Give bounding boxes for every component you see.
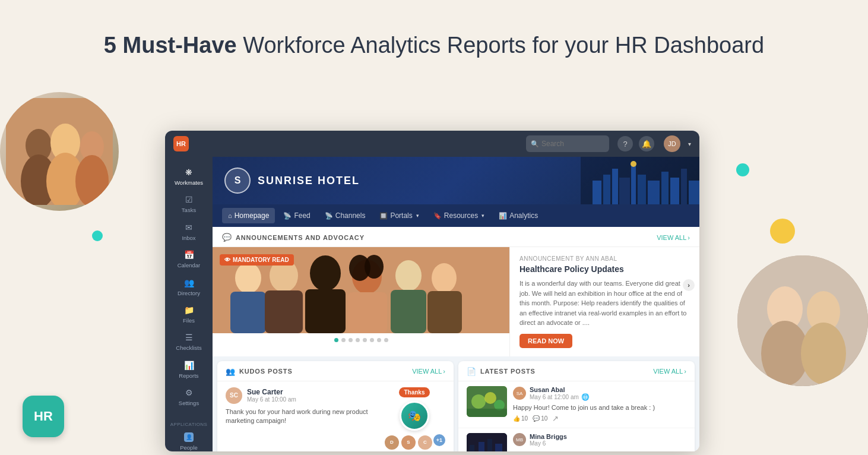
nav-item-channels[interactable]: 📡 Channels xyxy=(319,208,372,223)
svg-rect-36 xyxy=(348,292,387,333)
sidebar-item-files[interactable]: 📁 Files xyxy=(165,301,213,328)
sidebar-item-people[interactable]: 👤 People xyxy=(165,428,213,451)
help-icon-btn[interactable]: ? xyxy=(617,136,633,151)
sidebar-item-reports[interactable]: 📊 Reports xyxy=(165,356,213,383)
announcement-author: ANNOUNCEMENT BY ANN ABAL xyxy=(519,255,690,262)
announcement-next-chevron[interactable]: › xyxy=(683,279,695,291)
hotel-name: SUNRISE HOTEL xyxy=(258,175,360,187)
people-app-icon: 👤 xyxy=(184,432,194,442)
latest-posts-card-header: 📄 LATEST POSTS VIEW ALL › xyxy=(458,361,695,381)
app-logo[interactable]: HR xyxy=(173,136,189,151)
svg-rect-20 xyxy=(648,181,660,204)
svg-rect-45 xyxy=(467,409,507,417)
directory-icon: 👥 xyxy=(183,277,194,288)
latest-posts-view-all[interactable]: VIEW ALL › xyxy=(653,368,686,375)
nav-item-feed[interactable]: 📡 Feed xyxy=(277,208,316,223)
kudos-post-1: Thanks 🎭 D S C +1 xyxy=(217,381,454,452)
carousel-dot-5[interactable] xyxy=(363,338,367,342)
checklists-icon: ☰ xyxy=(183,332,194,343)
latest-post-info-1: SA Susan Abal May 6 at 12:00 am 🌐 xyxy=(513,386,686,423)
svg-rect-15 xyxy=(612,169,618,204)
svg-rect-40 xyxy=(427,291,462,333)
svg-point-39 xyxy=(432,263,457,293)
like-count[interactable]: 👍 10 xyxy=(513,415,528,422)
carousel-dot-4[interactable] xyxy=(356,338,360,342)
view-all-chevron-icon: › xyxy=(688,234,690,241)
kudos-card-header: 👥 KUDOS POSTS VIEW ALL › xyxy=(217,361,454,381)
search-input[interactable] xyxy=(526,135,609,152)
nav-item-resources[interactable]: 🔖 Resources ▾ xyxy=(427,208,490,223)
like-icon: 👍 xyxy=(513,415,520,422)
sidebar-item-checklists[interactable]: ☰ Checklists xyxy=(165,328,213,355)
notifications-icon-btn[interactable]: 🔔 xyxy=(639,136,654,151)
carousel-dot-8[interactable] xyxy=(384,338,388,342)
svg-rect-23 xyxy=(681,169,687,204)
recipient-plus: +1 xyxy=(433,434,445,446)
latest-post-info-2: MB Mina Briggs May 6 xyxy=(513,433,686,449)
svg-point-27 xyxy=(235,263,261,293)
kudos-view-all[interactable]: VIEW ALL › xyxy=(412,368,445,375)
carousel-dot-1[interactable] xyxy=(334,338,338,342)
hero-title: 5 Must-Have Workforce Analytics Reports … xyxy=(0,0,868,78)
resources-icon: 🔖 xyxy=(433,212,442,220)
svg-rect-48 xyxy=(470,445,474,451)
svg-rect-19 xyxy=(638,175,646,204)
search-wrapper: 🔍 xyxy=(526,135,609,152)
sidebar: ❋ Workmates ☑ Tasks ✉ Inbox 📅 Calendar 👥… xyxy=(165,157,213,451)
svg-rect-49 xyxy=(479,442,484,451)
comment-icon: 💬 xyxy=(533,415,540,422)
hotel-banner: S SUNRISE HOTEL xyxy=(213,157,699,204)
app-window: HR 🔍 ? 🔔 JD ▾ ❋ Workmates ☑ Tasks xyxy=(165,131,699,451)
kudos-user-row-1: SC Sue Carter May 6 at 10:00 am xyxy=(226,387,378,404)
comment-count[interactable]: 💬 10 xyxy=(533,415,547,422)
user-avatar[interactable]: JD xyxy=(664,135,680,152)
resources-chevron-icon: ▾ xyxy=(481,213,484,219)
sidebar-item-workmates[interactable]: ❋ Workmates xyxy=(165,163,213,190)
kudos-user-info: Sue Carter May 6 at 10:00 am xyxy=(247,388,296,403)
portals-chevron-icon: ▾ xyxy=(416,213,419,219)
left-photo-circle xyxy=(0,92,119,211)
nav-item-portals[interactable]: 🔲 Portals ▾ xyxy=(373,208,425,223)
read-now-button[interactable]: READ NOW xyxy=(519,334,572,348)
nav-item-homepage[interactable]: ⌂ Homepage xyxy=(222,208,275,223)
recipient-avatar-susan: S xyxy=(400,434,417,451)
bottom-grid: 👥 KUDOS POSTS VIEW ALL › xyxy=(213,356,699,452)
nav-item-analytics[interactable]: 📊 Analytics xyxy=(493,208,544,223)
latest-post-2: MB Mina Briggs May 6 xyxy=(458,428,695,451)
analytics-icon: 📊 xyxy=(499,212,507,220)
latest-posts-card: 📄 LATEST POSTS VIEW ALL › xyxy=(458,361,695,452)
hotel-skyline-image xyxy=(581,157,699,204)
hr-badge: HR xyxy=(23,396,64,437)
carousel-dot-6[interactable] xyxy=(370,338,374,342)
sidebar-item-calendar[interactable]: 📅 Calendar xyxy=(165,245,213,273)
svg-rect-16 xyxy=(619,178,630,204)
thanks-badge: Thanks xyxy=(399,387,429,397)
sidebar-item-tasks[interactable]: ☑ Tasks xyxy=(165,190,213,217)
eye-icon: 👁 xyxy=(224,257,230,263)
announcement-banner-image: 👁 MANDATORY READ xyxy=(213,247,509,333)
deco-circle-teal-left xyxy=(92,230,103,241)
carousel-dot-2[interactable] xyxy=(341,338,346,342)
share-icon[interactable]: ↗ xyxy=(552,414,559,423)
svg-point-43 xyxy=(484,392,496,404)
svg-rect-14 xyxy=(603,175,610,204)
carousel-dots xyxy=(213,333,509,347)
svg-rect-30 xyxy=(265,290,303,333)
deco-circle-teal-right xyxy=(736,163,749,176)
carousel-dot-7[interactable] xyxy=(377,338,381,342)
tasks-icon: ☑ xyxy=(183,194,194,205)
sidebar-item-settings[interactable]: ⚙ Settings xyxy=(165,383,213,410)
scroll-content[interactable]: 💬 ANNOUNCEMENTS AND ADVOCACY VIEW ALL › xyxy=(213,227,699,451)
latest-avatar-mina: MB xyxy=(513,433,526,446)
topbar-icons: ? 🔔 JD ▾ xyxy=(617,135,691,152)
carousel-dot-3[interactable] xyxy=(349,338,353,342)
reports-icon: 📊 xyxy=(183,360,194,371)
svg-rect-38 xyxy=(391,290,426,333)
right-photo-circle xyxy=(737,255,868,386)
workmates-icon: ❋ xyxy=(183,167,194,178)
settings-icon: ⚙ xyxy=(183,387,194,398)
app-body: ❋ Workmates ☑ Tasks ✉ Inbox 📅 Calendar 👥… xyxy=(165,157,699,451)
sidebar-item-directory[interactable]: 👥 Directory xyxy=(165,273,213,301)
sidebar-item-inbox[interactable]: ✉ Inbox xyxy=(165,218,213,245)
announcements-view-all[interactable]: VIEW ALL › xyxy=(657,234,690,241)
